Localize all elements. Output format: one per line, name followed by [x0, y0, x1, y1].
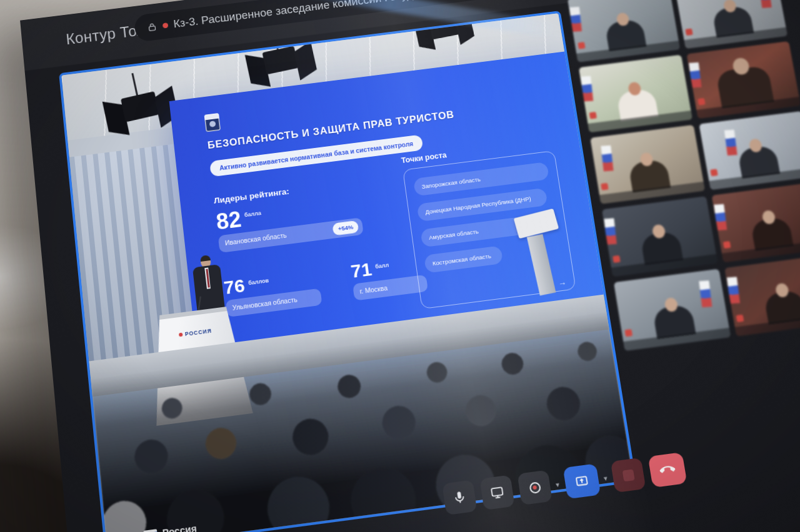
recording-badge-icon: [601, 183, 609, 190]
flag-icon: [714, 204, 727, 230]
recording-badge-icon: [698, 98, 705, 106]
end-call-phone-icon: [659, 461, 676, 478]
stop-icon: [622, 469, 634, 481]
flag-icon: [727, 277, 740, 303]
main-video-tile[interactable]: БЕЗОПАСНОСТЬ И ЗАЩИТА ПРАВ ТУРИСТОВ Акти…: [59, 11, 636, 532]
participant-tile[interactable]: [699, 111, 800, 190]
participant-tile[interactable]: [724, 255, 800, 337]
lock-icon: [146, 21, 158, 32]
participant-tile[interactable]: [686, 41, 800, 119]
participant-tile[interactable]: [579, 55, 692, 133]
score-unit: баллов: [248, 277, 269, 286]
screen-share-button[interactable]: [562, 463, 601, 499]
flag-icon: [581, 76, 593, 102]
chevron-down-icon[interactable]: ▾: [603, 474, 608, 483]
flag-icon: [724, 130, 738, 156]
participant-tile[interactable]: [568, 0, 680, 62]
score-value: 71: [350, 260, 373, 280]
recording-badge-icon: [589, 112, 597, 119]
participant-tile[interactable]: [602, 196, 718, 277]
score-value: 76: [223, 277, 246, 297]
participant-tile[interactable]: [590, 125, 705, 204]
end-call-button[interactable]: [648, 452, 688, 488]
recording-badge-icon: [612, 255, 621, 263]
screen-share-icon: [574, 473, 590, 490]
leaders-heading: Лидеры рейтинга:: [213, 187, 289, 205]
chevron-down-icon[interactable]: ▾: [555, 480, 560, 489]
podium-label: РОССИЯ: [147, 323, 243, 342]
flag-icon: [699, 280, 712, 307]
participant-tile[interactable]: [711, 182, 800, 263]
delta-badge: +54%: [332, 220, 359, 236]
score-value: 82: [215, 209, 242, 233]
recording-badge-icon: [578, 42, 585, 49]
recording-badge-icon: [624, 329, 632, 337]
recording-badge-icon: [710, 169, 718, 176]
recording-badge-icon: [723, 241, 731, 249]
stop-button[interactable]: [611, 458, 646, 493]
flag-icon: [569, 7, 582, 32]
russia-flag-icon: [143, 529, 158, 532]
record-button[interactable]: [518, 470, 552, 505]
laptop-screen: Контур Толк Кз-3. Расширенное заседание …: [20, 0, 800, 532]
flag-icon: [689, 62, 701, 88]
flag-icon: [604, 218, 616, 244]
leader-card: 82 балла Ивановская область +54%: [215, 194, 364, 253]
photo-of-laptop: Контур Толк Кз-3. Расширенное заседание …: [0, 0, 800, 532]
camera-button[interactable]: [480, 475, 515, 511]
record-icon: [529, 481, 541, 494]
flag-icon: [601, 145, 613, 172]
score-unit: балла: [244, 210, 262, 218]
growth-bar: Амурская область: [420, 217, 525, 247]
growth-heading: Точки роста: [401, 150, 447, 165]
microphone-button[interactable]: [442, 480, 477, 515]
gossovet-emblem-icon: [204, 113, 221, 132]
leader-card: 76 баллов Ульяновская область: [223, 267, 322, 317]
recording-dot: [162, 22, 169, 28]
stage-scene: БЕЗОПАСНОСТЬ И ЗАЩИТА ПРАВ ТУРИСТОВ Акти…: [61, 13, 633, 532]
camera-icon: [489, 485, 506, 501]
participant-tile[interactable]: [614, 268, 731, 351]
microphone-icon: [452, 490, 468, 506]
growth-bar: Костромская область: [424, 245, 503, 273]
score-unit: балл: [375, 262, 389, 270]
participant-tile[interactable]: [674, 0, 788, 49]
recording-badge-icon: [736, 315, 744, 322]
flag-icon: [759, 0, 772, 8]
recording-badge-icon: [685, 28, 692, 36]
